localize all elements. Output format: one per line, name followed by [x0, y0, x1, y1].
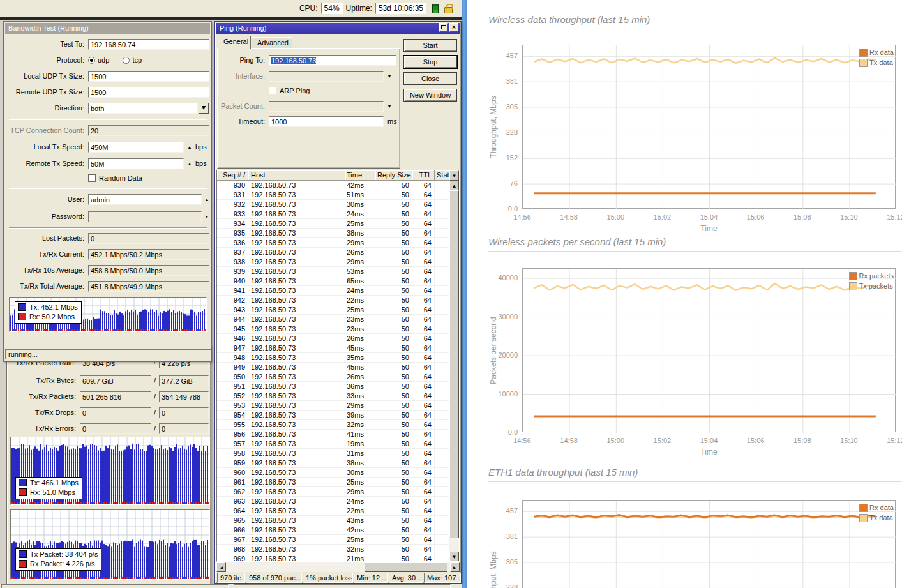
cell-time: 29ms: [345, 238, 375, 248]
table-row[interactable]: 944192.168.50.7323ms5064: [217, 315, 449, 324]
table-row[interactable]: 964192.168.50.7322ms5064: [217, 506, 449, 516]
close-icon[interactable]: ×: [449, 23, 458, 32]
maximize-icon[interactable]: [439, 23, 448, 32]
cell-ttl: 64: [412, 190, 435, 200]
packet-count-dropdown-icon[interactable]: ▼: [386, 101, 393, 112]
direction-dropdown-button[interactable]: ▼: [199, 103, 209, 114]
local-tx-speed-input[interactable]: 450M: [88, 142, 184, 153]
table-row[interactable]: 954192.168.50.7339ms5064: [217, 411, 449, 420]
start-button[interactable]: Start: [403, 39, 457, 52]
bandwidth-test-titlebar[interactable]: Bandwidth Test (Running): [5, 23, 210, 34]
y-tick-label: 381: [490, 532, 518, 540]
table-row[interactable]: 933192.168.50.7324ms5064: [217, 209, 449, 219]
test-to-label: Test To:: [5, 39, 84, 50]
remote-tx-speed-input[interactable]: 50M: [88, 158, 184, 169]
local-tx-speed-label: Local Tx Speed:: [5, 142, 84, 153]
table-row[interactable]: 963192.168.50.7324ms5064: [217, 497, 449, 506]
close-button[interactable]: Close: [403, 72, 457, 85]
stop-button[interactable]: Stop: [403, 56, 457, 68]
ping-to-input[interactable]: 192.168.50.73: [269, 55, 396, 66]
hscrollbar-thumb[interactable]: [365, 562, 447, 572]
cell-host: 192.168.50.73: [248, 430, 345, 439]
table-row[interactable]: 969192.168.50.7321ms5064: [217, 554, 449, 561]
table-row[interactable]: 931192.168.50.7351ms5064: [217, 190, 449, 200]
table-row[interactable]: 957192.168.50.7319ms5064: [217, 439, 449, 449]
timeout-input[interactable]: 1000: [269, 116, 384, 127]
table-row[interactable]: 949192.168.50.7345ms5064: [217, 363, 449, 372]
table-row[interactable]: 945192.168.50.7323ms5064: [217, 324, 449, 334]
column-header-time[interactable]: Time: [345, 170, 375, 181]
table-row[interactable]: 934192.168.50.7325ms5064: [217, 219, 449, 229]
column-header-host[interactable]: Host: [248, 170, 345, 181]
column-header-reply[interactable]: Reply Size: [375, 170, 412, 181]
table-row[interactable]: 943192.168.50.7325ms5064: [217, 305, 449, 315]
column-header-ttl[interactable]: TTL: [412, 170, 435, 181]
table-row[interactable]: 947192.168.50.7345ms5064: [217, 343, 449, 353]
table-row[interactable]: 948192.168.50.7335ms5064: [217, 353, 449, 363]
cell-host: 192.168.50.73: [248, 468, 345, 478]
direction-select[interactable]: both: [88, 103, 198, 114]
column-header-statu[interactable]: Statu: [435, 170, 449, 181]
lock-icon: [444, 7, 453, 13]
scroll-up-icon[interactable]: ▲: [449, 181, 459, 190]
password-input[interactable]: [88, 211, 202, 222]
user-input[interactable]: admin: [88, 194, 202, 205]
horizontal-scrollbar[interactable]: ◄ ►: [216, 562, 460, 572]
new-window-button[interactable]: New Window: [403, 89, 457, 102]
table-row[interactable]: 966192.168.50.7342ms5064: [217, 525, 449, 535]
table-row[interactable]: 939192.168.50.7353ms5064: [217, 267, 449, 276]
table-row[interactable]: 937192.168.50.7326ms5064: [217, 248, 449, 257]
tab-advanced[interactable]: Advanced: [252, 37, 292, 49]
table-row[interactable]: 965192.168.50.7343ms5064: [217, 516, 449, 525]
column-menu-icon[interactable]: ▼: [449, 170, 459, 181]
table-row[interactable]: 938192.168.50.7329ms5064: [217, 257, 449, 267]
password-down-arrow-icon[interactable]: ▼: [204, 211, 210, 222]
scrollbar-thumb[interactable]: [449, 190, 459, 538]
scroll-left-icon[interactable]: ◄: [216, 562, 226, 572]
udp-radio[interactable]: [88, 57, 95, 64]
tcp-radio[interactable]: [123, 57, 130, 64]
cell-seq: 947: [217, 343, 248, 353]
table-row[interactable]: 932192.168.50.7330ms5064: [217, 200, 449, 209]
table-row[interactable]: 946192.168.50.7326ms5064: [217, 334, 449, 343]
arp-ping-checkbox[interactable]: [269, 87, 276, 94]
user-up-arrow-icon[interactable]: ▲: [204, 194, 210, 205]
table-row[interactable]: 936192.168.50.7329ms5064: [217, 238, 449, 248]
table-row[interactable]: 942192.168.50.7322ms5064: [217, 296, 449, 305]
table-row[interactable]: 951192.168.50.7336ms5064: [217, 382, 449, 391]
tab-general[interactable]: General: [218, 36, 251, 49]
cell-ttl: 64: [412, 430, 435, 439]
table-row[interactable]: 968192.168.50.7332ms5064: [217, 545, 449, 554]
table-row[interactable]: 956192.168.50.7341ms5064: [217, 430, 449, 439]
column-header-seq[interactable]: Seq # /: [217, 170, 248, 181]
table-row[interactable]: 960192.168.50.7330ms5064: [217, 468, 449, 478]
scroll-right-icon[interactable]: ►: [450, 562, 460, 572]
vertical-scrollbar[interactable]: ▼ ▲ ▼: [449, 170, 459, 561]
table-row[interactable]: 941192.168.50.7324ms5064: [217, 286, 449, 296]
interface-dropdown-icon[interactable]: ▼: [386, 71, 393, 82]
table-row[interactable]: 962192.168.50.7329ms5064: [217, 487, 449, 497]
table-row[interactable]: 940192.168.50.7365ms5064: [217, 276, 449, 286]
remote-tx-up-arrow-icon[interactable]: ▲: [186, 158, 193, 169]
table-row[interactable]: 961192.168.50.7325ms5064: [217, 478, 449, 487]
table-row[interactable]: 967192.168.50.7325ms5064: [217, 535, 449, 545]
table-row[interactable]: 959192.168.50.7338ms5064: [217, 458, 449, 468]
cell-reply: 50: [375, 315, 412, 324]
packet-count-select[interactable]: [269, 101, 384, 112]
table-row[interactable]: 950192.168.50.7326ms5064: [217, 372, 449, 382]
ping-titlebar[interactable]: Ping (Running): [216, 23, 460, 34]
table-row[interactable]: 955192.168.50.7332ms5064: [217, 420, 449, 430]
table-row[interactable]: 953192.168.50.7329ms5064: [217, 401, 449, 411]
local-udp-size-input[interactable]: 1500: [88, 71, 209, 82]
table-row[interactable]: 935192.168.50.7338ms5064: [217, 229, 449, 238]
scroll-down-icon[interactable]: ▼: [449, 552, 459, 561]
rx-legend-text: Rx: 51.0 Mbps: [30, 488, 75, 496]
interface-select[interactable]: [269, 71, 384, 82]
table-row[interactable]: 952192.168.50.7333ms5064: [217, 391, 449, 401]
remote-udp-size-input[interactable]: 1500: [88, 87, 209, 98]
table-row[interactable]: 930192.168.50.7342ms5064: [217, 181, 449, 190]
random-data-checkbox[interactable]: [88, 174, 96, 182]
local-tx-up-arrow-icon[interactable]: ▲: [186, 142, 193, 153]
test-to-input[interactable]: 192.168.50.74: [88, 39, 209, 50]
table-row[interactable]: 958192.168.50.7331ms5064: [217, 449, 449, 458]
